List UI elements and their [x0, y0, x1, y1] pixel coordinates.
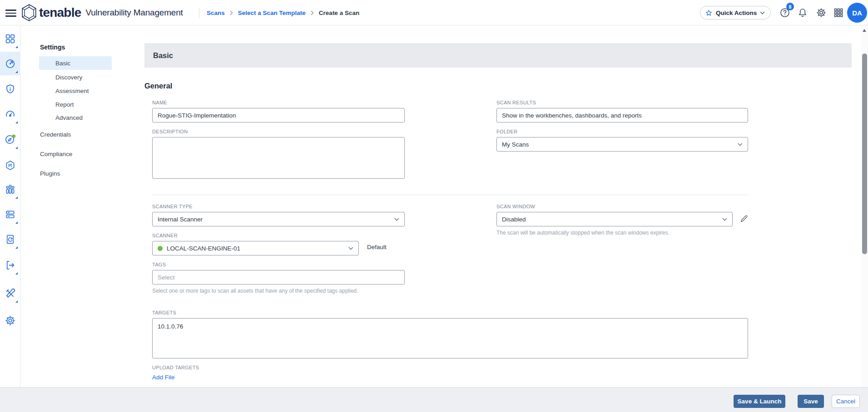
- chevron-down-icon: [760, 11, 765, 15]
- folder-value: My Scans: [502, 141, 734, 148]
- edit-pencil-icon[interactable]: [739, 214, 749, 224]
- breadcrumb-select-template[interactable]: Select a Scan Template: [238, 10, 306, 16]
- save-button[interactable]: Save: [798, 395, 824, 408]
- nav-credentials[interactable]: Credentials: [40, 131, 71, 138]
- settings-nav-advanced[interactable]: Advanced: [39, 111, 112, 124]
- scanner-type-label: SCANNER TYPE: [152, 204, 405, 209]
- settings-nav-report[interactable]: Report: [39, 98, 112, 111]
- flyout-marker: [15, 121, 18, 123]
- flyout-marker: [15, 221, 18, 224]
- app-grid-icon[interactable]: [833, 7, 844, 18]
- breadcrumb-current: Create a Scan: [319, 10, 359, 16]
- avatar[interactable]: DA: [847, 3, 867, 23]
- nav-plugins[interactable]: Plugins: [40, 170, 60, 177]
- section-header-title: Basic: [153, 51, 173, 60]
- flyout-marker: [15, 300, 18, 303]
- star-icon: [705, 9, 713, 17]
- scan-window-select[interactable]: Disabled: [496, 212, 733, 226]
- targets-textarea[interactable]: 10.1.0.76: [152, 318, 748, 358]
- nav-compliance[interactable]: Compliance: [40, 151, 72, 157]
- folder-label: FOLDER: [496, 129, 748, 134]
- flyout-marker: [15, 147, 18, 149]
- breadcrumb-separator-icon: [230, 10, 233, 15]
- tags-input[interactable]: [152, 270, 405, 284]
- chevron-down-icon: [348, 247, 353, 250]
- notification-badge: 8: [786, 3, 794, 10]
- add-file-link[interactable]: Add File: [152, 374, 175, 381]
- chevron-down-icon: [722, 218, 727, 221]
- cancel-button[interactable]: Cancel: [832, 395, 860, 408]
- flyout-marker: [15, 196, 18, 199]
- description-label: DESCRIPTION: [152, 129, 405, 134]
- form-divider: [152, 195, 748, 195]
- upload-targets-label: UPLOAD TARGETS: [152, 365, 334, 370]
- name-input[interactable]: [152, 108, 405, 123]
- breadcrumb: Scans Select a Scan Template Create a Sc…: [207, 0, 359, 25]
- brand-logo: tenable Vulnerability Management: [21, 0, 183, 25]
- scan-target-icon[interactable]: [0, 52, 20, 75]
- settings-nav-title: Settings: [40, 44, 65, 51]
- quick-actions-button[interactable]: Quick Actions: [700, 6, 771, 20]
- settings-nav-basic[interactable]: Basic: [39, 56, 112, 70]
- document-refresh-icon[interactable]: [0, 227, 20, 251]
- general-heading: General: [144, 82, 172, 90]
- product-name: Vulnerability Management: [85, 8, 183, 18]
- scanner-type-value: Internal Scanner: [158, 216, 391, 223]
- scanner-value: LOCAL-SCAN-ENGINE-01: [167, 245, 345, 252]
- name-label: NAME: [152, 100, 405, 105]
- tags-help: Select one or more tags to scan all asse…: [152, 288, 405, 294]
- compass-icon[interactable]: [0, 128, 20, 151]
- flyout-marker: [15, 246, 18, 249]
- flyout-marker: [15, 272, 18, 275]
- tags-label: TAGS: [152, 262, 405, 267]
- icon-rail: [0, 26, 20, 412]
- gear-icon[interactable]: [816, 7, 827, 18]
- scrollbar-thumb[interactable]: [862, 54, 867, 254]
- shield-info-icon[interactable]: [0, 77, 20, 101]
- breadcrumb-scans[interactable]: Scans: [207, 10, 225, 16]
- flyout-marker: [15, 71, 18, 73]
- folder-select[interactable]: My Scans: [496, 137, 748, 152]
- status-dot-green-icon: [158, 246, 163, 251]
- scan-results-label: SCAN RESULTS: [496, 100, 748, 105]
- scanner-default-note: Default: [367, 244, 387, 250]
- save-launch-button[interactable]: Save & Launch: [734, 395, 785, 408]
- settings-nav-discovery[interactable]: Discovery: [39, 70, 112, 84]
- hamburger-menu-icon[interactable]: [5, 8, 16, 18]
- chevron-down-icon: [394, 218, 399, 221]
- breadcrumb-separator-icon: [311, 10, 314, 15]
- scan-window-value: Disabled: [502, 216, 719, 223]
- scanner-label: SCANNER: [152, 233, 359, 238]
- footer-bar: Save & Launch Save Cancel: [0, 387, 868, 412]
- tools-icon[interactable]: [0, 281, 20, 305]
- top-header: tenable Vulnerability Management Scans S…: [0, 0, 868, 25]
- scan-results-input[interactable]: [496, 108, 748, 123]
- grid-dashboard-icon[interactable]: [0, 27, 20, 50]
- brand-name: tenable: [39, 5, 81, 20]
- gear-icon[interactable]: [0, 309, 20, 332]
- targets-label: TARGETS: [152, 310, 748, 315]
- scan-window-help: The scan will be automatically stopped w…: [496, 230, 733, 236]
- scanner-select[interactable]: LOCAL-SCAN-ENGINE-01: [152, 241, 359, 255]
- gauge-icon[interactable]: [0, 102, 20, 126]
- chevron-down-icon: [738, 143, 743, 146]
- tenable-hexagon-logo-icon: [21, 4, 37, 22]
- export-arrow-icon[interactable]: [0, 253, 20, 277]
- stacked-rows-icon[interactable]: [0, 202, 20, 226]
- bell-icon[interactable]: [797, 7, 808, 18]
- settings-nav-assessment[interactable]: Assessment: [39, 84, 112, 98]
- header-divider: [199, 8, 199, 18]
- flyout-marker: [15, 46, 18, 48]
- scan-window-label: SCAN WINDOW: [496, 204, 733, 209]
- quick-actions-label: Quick Actions: [716, 10, 757, 16]
- hexagon-lines-icon[interactable]: [0, 153, 20, 177]
- scrollbar-up-arrow[interactable]: [863, 29, 866, 32]
- vertical-scrollbar[interactable]: [861, 26, 868, 387]
- org-chart-icon[interactable]: [0, 177, 20, 201]
- scanner-type-select[interactable]: Internal Scanner: [152, 212, 405, 226]
- description-textarea[interactable]: [152, 137, 405, 179]
- section-header-bar: Basic: [144, 43, 852, 68]
